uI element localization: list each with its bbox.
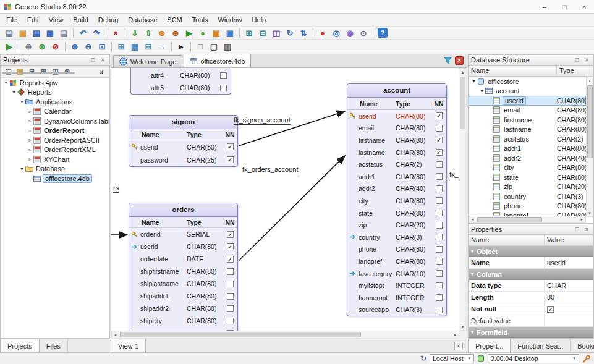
stop-icon[interactable]: ⊘ bbox=[49, 41, 62, 53]
zoom-fit-icon[interactable]: ⊡ bbox=[96, 41, 108, 53]
tree-item-addr1[interactable]: addr1CHAR(80) bbox=[469, 144, 586, 154]
shape-rect-icon[interactable]: □ bbox=[194, 41, 206, 53]
add-group-icon[interactable]: ▣ bbox=[15, 67, 25, 77]
table-row[interactable]: shiplastnameCHAR(80) bbox=[129, 277, 237, 290]
auto-arrange-icon[interactable]: → bbox=[156, 41, 168, 53]
table-row[interactable]: useridCHAR(80)✓ bbox=[347, 110, 446, 122]
tree-item-userid[interactable]: useridCHAR(80) bbox=[469, 96, 586, 106]
checkbox-checked[interactable]: ✓ bbox=[436, 137, 443, 143]
checkbox-unchecked[interactable] bbox=[436, 197, 443, 204]
table-row[interactable]: countryCHAR(3) bbox=[347, 231, 446, 243]
find-icon[interactable]: ◎ bbox=[330, 27, 342, 38]
filter-icon[interactable] bbox=[444, 57, 452, 64]
close-panel-icon[interactable]: × bbox=[583, 56, 591, 64]
checkbox-checked[interactable]: ✓ bbox=[227, 231, 234, 238]
checkbox-unchecked[interactable] bbox=[436, 234, 443, 240]
scroll-left-icon[interactable]: ◄ bbox=[112, 331, 119, 338]
tab-welcome-page[interactable]: Welcome Page bbox=[113, 55, 182, 67]
close-panel-icon[interactable]: × bbox=[99, 56, 107, 64]
scroll-thumb[interactable] bbox=[120, 332, 361, 337]
menu-view[interactable]: View bbox=[44, 14, 69, 25]
tree-item-lastname[interactable]: lastnameCHAR(80) bbox=[469, 125, 586, 135]
property-name[interactable]: Nameuserid bbox=[469, 257, 593, 269]
scroll-left-icon[interactable]: ◄ bbox=[469, 216, 476, 223]
collapsed-arrow-icon[interactable]: ▹ bbox=[27, 109, 33, 114]
export-icon[interactable]: ⇧ bbox=[142, 27, 155, 38]
refresh-schema-icon[interactable]: ↻ bbox=[284, 27, 296, 38]
collapsed-arrow-icon[interactable]: ▹ bbox=[27, 156, 33, 162]
menu-debug[interactable]: Debug bbox=[93, 14, 123, 25]
deploy-icon[interactable]: ▣ bbox=[224, 27, 236, 38]
execute-icon[interactable]: ▶ bbox=[183, 27, 195, 38]
tree-item-xychart[interactable]: ▹XYChart bbox=[1, 154, 109, 164]
property-default-value[interactable]: Default value bbox=[469, 315, 593, 327]
canvas-vertical-scrollbar[interactable]: ▲▼ bbox=[459, 68, 467, 331]
tab-files[interactable]: Files bbox=[40, 339, 68, 352]
table-row[interactable]: shipstateCHAR(80) bbox=[129, 327, 237, 331]
menu-file[interactable]: File bbox=[1, 14, 22, 25]
maximize-button[interactable]: □ bbox=[554, 0, 574, 13]
table-row[interactable]: orderdateDATE✓ bbox=[129, 253, 237, 265]
checkbox-unchecked[interactable] bbox=[436, 246, 443, 253]
expanded-arrow-icon[interactable]: ▾ bbox=[2, 80, 9, 85]
diagram-view-icon[interactable]: ◫ bbox=[50, 67, 61, 77]
status-refresh-icon[interactable]: ↻ bbox=[420, 354, 426, 363]
checkbox-checked[interactable]: ✓ bbox=[436, 149, 443, 156]
diagram-page-icon[interactable]: ▥ bbox=[221, 41, 234, 53]
checkbox-checked[interactable]: ✓ bbox=[227, 143, 234, 150]
table-row[interactable]: cityCHAR(80) bbox=[347, 195, 446, 207]
collapsed-arrow-icon[interactable]: ▹ bbox=[27, 118, 33, 124]
scroll-down-icon[interactable]: ▼ bbox=[459, 323, 466, 330]
checkbox-unchecked[interactable] bbox=[227, 268, 234, 275]
scroll-down-icon[interactable]: ▼ bbox=[587, 210, 593, 216]
tree-item-orderreportxml[interactable]: ▹OrderReportXML bbox=[1, 145, 109, 155]
print-icon[interactable]: ▤ bbox=[57, 27, 70, 38]
table-row[interactable]: shipaddr2CHAR(80) bbox=[129, 302, 237, 315]
tree-item-acstatus[interactable]: acstatusCHAR(2) bbox=[469, 134, 586, 144]
build-gear-icon[interactable]: ⊛ bbox=[22, 41, 35, 53]
wrench-icon[interactable] bbox=[582, 355, 590, 363]
save-icon[interactable]: ▦ bbox=[30, 27, 43, 38]
table-row[interactable]: addr1CHAR(80) bbox=[347, 171, 446, 183]
relation-label-fk-orders-account[interactable]: fk_orders_account bbox=[242, 166, 299, 174]
tree-item-langpref[interactable]: langprefCHAR(80) bbox=[469, 211, 586, 216]
new-item-icon[interactable]: ▢ bbox=[3, 67, 14, 77]
tree-item-city[interactable]: cityCHAR(80) bbox=[469, 163, 586, 173]
scroll-track[interactable] bbox=[587, 84, 593, 210]
scroll-thumb[interactable] bbox=[2, 72, 75, 74]
collapsed-arrow-icon[interactable]: ▹ bbox=[27, 128, 33, 133]
more-icon[interactable]: » bbox=[96, 67, 107, 77]
scroll-up-icon[interactable]: ▲ bbox=[459, 69, 466, 75]
checkbox-unchecked[interactable] bbox=[436, 258, 443, 265]
table-row[interactable]: emailCHAR(80) bbox=[347, 122, 446, 135]
tree-item-firstname[interactable]: firstnameCHAR(80) bbox=[469, 115, 586, 125]
host-select[interactable]: Local Host ▼ bbox=[430, 354, 474, 363]
table-row[interactable]: passwordCHAR(25)✓ bbox=[129, 153, 237, 166]
debug-icon[interactable]: ● bbox=[197, 27, 209, 38]
show-grid-icon[interactable]: ⊞ bbox=[115, 41, 127, 53]
tree-item-calendar[interactable]: ▹Calendar bbox=[1, 107, 109, 117]
section-column[interactable]: ▾Column bbox=[469, 269, 593, 280]
table-row[interactable]: shipfirstnameCHAR(80) bbox=[129, 265, 237, 277]
tab-function-sea[interactable]: Function Sea... bbox=[511, 339, 571, 352]
relation-icon[interactable]: ◫ bbox=[270, 27, 282, 38]
table-row[interactable]: banneroptINTEGER bbox=[347, 292, 446, 304]
table-row[interactable]: mylistoptINTEGER bbox=[347, 279, 446, 292]
close-document-button[interactable]: × bbox=[455, 56, 464, 65]
alter-table-icon[interactable]: ⊟ bbox=[257, 27, 269, 38]
checkbox-checked[interactable]: ✓ bbox=[436, 112, 443, 119]
run-icon[interactable]: ▶ bbox=[3, 41, 15, 53]
tab-bookma[interactable]: Bookma... bbox=[571, 339, 594, 352]
checkbox-checked[interactable]: ✓ bbox=[227, 243, 234, 250]
float-panel-icon[interactable]: □ bbox=[89, 56, 97, 64]
column-header-name[interactable]: Name bbox=[469, 235, 545, 245]
diagram-table-orders[interactable]: ordersNameTypeNNorderidSERIAL✓useridCHAR… bbox=[129, 203, 238, 331]
diagram-table-partial[interactable]: attr3CHAR(80)attr4CHAR(80)attr5CHAR(80) bbox=[130, 68, 231, 95]
property-length[interactable]: Length80 bbox=[469, 292, 593, 303]
section-object[interactable]: ▾Object bbox=[469, 246, 593, 257]
options-icon[interactable]: ⊙ bbox=[357, 27, 370, 38]
menu-help[interactable]: Help bbox=[247, 14, 271, 25]
table-row[interactable]: shipcityCHAR(80) bbox=[129, 315, 237, 327]
tree-item-account[interactable]: ▾account bbox=[469, 87, 586, 96]
db-vertical-scrollbar[interactable]: ▲▼ bbox=[586, 77, 593, 217]
